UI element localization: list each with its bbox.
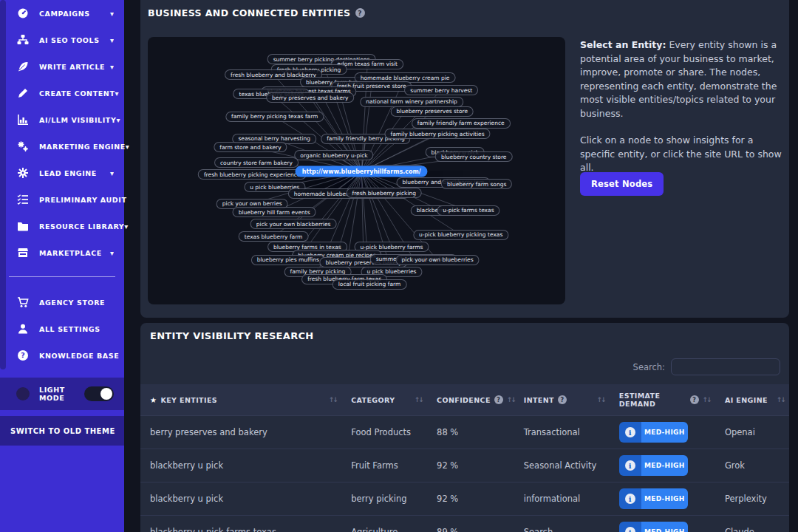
sort-icon[interactable]: ↑↓: [415, 396, 423, 403]
column-header-intent[interactable]: INTENT?↑↓: [514, 384, 610, 416]
sidebar-item-knowledge-base[interactable]: ?KNOWLEDGE BASE: [0, 342, 124, 369]
search-input[interactable]: [671, 358, 780, 375]
description-bold: Select an Entity:: [580, 39, 666, 50]
demand-badge[interactable]: iMED-HIGH: [619, 455, 688, 476]
entity-network-graph[interactable]: summer berry picking destinationsedom te…: [148, 37, 565, 304]
site-url-node[interactable]: http://www.blueberryhillfarms.com/: [296, 166, 428, 177]
entity-cell: blackberry u pick: [140, 449, 341, 482]
entity-node[interactable]: texas blueberry farm: [239, 231, 309, 242]
sidebar-item-agency-store[interactable]: AGENCY STORE: [0, 289, 124, 316]
sidebar-item-ai-seo-tools[interactable]: AI SEO TOOLS▾: [0, 27, 124, 53]
intent-cell: informational: [514, 482, 610, 516]
column-header-confidence[interactable]: CONFIDENCE?↑↓: [427, 384, 514, 416]
entity-node[interactable]: country store farm bakery: [214, 157, 299, 168]
sort-icon[interactable]: ↑↓: [777, 396, 785, 403]
entity-node[interactable]: berry preserves and bakery: [266, 92, 355, 103]
sort-icon[interactable]: ↑↓: [507, 396, 515, 403]
gear-icon: [16, 167, 30, 179]
reset-nodes-button[interactable]: Reset Nodes: [580, 172, 664, 196]
demand-value: MED-HIGH: [641, 422, 688, 443]
table-row[interactable]: blackberry u pickberry picking92 %inform…: [140, 482, 789, 516]
help-icon[interactable]: ?: [558, 395, 567, 404]
entity-node[interactable]: pick your own blueberries: [396, 255, 480, 265]
sidebar-item-create-content[interactable]: CREATE CONTENT▾: [0, 80, 124, 106]
entity-node[interactable]: farm store and bakery: [214, 142, 287, 152]
search-row: Search:: [633, 358, 780, 375]
description-paragraph-2: Click on a node to show insights for a s…: [580, 134, 785, 175]
table-row[interactable]: blackberry u pickFruit Farms92 %Seasonal…: [140, 449, 789, 482]
sidebar-item-label: CREATE CONTENT: [39, 89, 115, 98]
chevron-down-icon: ▾: [110, 36, 114, 44]
category-cell: berry picking: [341, 482, 427, 516]
demand-badge[interactable]: iMED-HIGH: [619, 522, 688, 532]
entity-node[interactable]: blueberry country store: [435, 151, 512, 162]
column-header-category[interactable]: CATEGORY↑↓: [341, 384, 427, 416]
confidence-cell: 88 %: [427, 416, 514, 449]
entity-cell: blackberry u pick: [140, 482, 341, 516]
entity-node[interactable]: u-pick blueberry picking texas: [413, 230, 508, 240]
sitemap-icon: [16, 34, 30, 46]
sidebar-item-label: PRELIMINARY AUDIT: [39, 196, 127, 204]
sidebar-item-campaigns[interactable]: CAMPAIGNS▾: [0, 0, 124, 27]
info-segment: i: [619, 488, 641, 509]
visibility-research-title: ENTITY VISIBILITY RESEARCH: [150, 330, 313, 341]
help-icon[interactable]: ?: [494, 395, 503, 404]
demand-value: MED-HIGH: [641, 522, 688, 532]
sidebar-item-label: CAMPAIGNS: [39, 10, 110, 18]
entity-node[interactable]: summer berry harvest: [404, 85, 478, 95]
entity-node[interactable]: u-pick farms texas: [437, 205, 499, 216]
sidebar-item-write-article[interactable]: WRITE ARTICLE▾: [0, 53, 124, 80]
demand-badge[interactable]: iMED-HIGH: [619, 488, 688, 509]
light-mode-row[interactable]: LIGHT MODE: [0, 378, 124, 410]
sidebar-item-all-settings[interactable]: ALL SETTINGS: [0, 316, 124, 342]
entity-node[interactable]: blueberry farm songs: [441, 179, 512, 189]
description-paragraph-1: Select an Entity: Every entity shown is …: [580, 38, 785, 120]
column-header-ai-engine[interactable]: AI ENGINE↑↓: [715, 384, 789, 416]
entity-node[interactable]: blueberry preserves store: [390, 106, 474, 117]
entity-node[interactable]: blueberry pies muffins: [251, 255, 325, 265]
entity-node[interactable]: local fruit picking farm: [332, 279, 407, 290]
sidebar-item-label: KNOWLEDGE BASE: [39, 352, 119, 360]
intent-cell: Seasonal Activity: [514, 449, 610, 482]
chevron-down-icon: ▾: [110, 10, 114, 18]
column-header-estimate-demand[interactable]: ESTIMATE DEMAND?↑↓: [610, 384, 715, 416]
entity-panel-description: Select an Entity: Every entity shown is …: [580, 38, 785, 175]
column-header-key-entities[interactable]: ★KEY ENTITIES↑↓: [140, 384, 341, 416]
entity-node[interactable]: organic blueberry u-pick: [294, 150, 373, 160]
help-icon[interactable]: ?: [690, 395, 699, 404]
table-row[interactable]: berry preserves and bakeryFood Products8…: [140, 416, 789, 449]
sidebar-item-lead-engine[interactable]: LEAD ENGINE▾: [0, 160, 124, 186]
sidebar-item-resource-library[interactable]: RESOURCE LIBRARY▾: [0, 213, 124, 239]
sidebar-item-preliminary-audit[interactable]: PRELIMINARY AUDIT: [0, 186, 124, 213]
entity-node[interactable]: blueberry hill farm events: [233, 207, 316, 217]
chevron-down-icon: ▾: [116, 116, 120, 124]
sort-icon[interactable]: ↑↓: [329, 396, 337, 403]
engine-cell: Claude: [715, 516, 789, 532]
sidebar-item-ai-llm-visibility[interactable]: AI/LLM VISIBILITY▾: [0, 106, 124, 133]
entity-node[interactable]: family blueberry picking activities: [385, 129, 491, 139]
cart-icon: [16, 296, 30, 308]
light-mode-toggle[interactable]: [84, 386, 114, 401]
demand-badge[interactable]: iMED-HIGH: [619, 422, 688, 443]
intent-cell: Transactional: [514, 416, 610, 449]
entity-node[interactable]: family friendly farm experience: [412, 118, 511, 129]
sidebar-item-marketplace[interactable]: MARKETPLACE▾: [0, 239, 124, 266]
entity-node[interactable]: family berry picking texas farm: [225, 112, 324, 122]
entity-node[interactable]: pick your own blackberries: [250, 219, 337, 229]
entity-node[interactable]: fresh blueberry picking experience: [198, 169, 307, 180]
column-label: INTENT: [524, 396, 554, 404]
confidence-cell: 92 %: [427, 449, 514, 482]
entity-node[interactable]: national farm winery partnership: [360, 97, 463, 107]
help-icon[interactable]: ?: [355, 8, 365, 18]
sort-icon[interactable]: ↑↓: [703, 396, 711, 403]
table-row[interactable]: blackberry u-pick farms texasAgriculture…: [140, 516, 789, 532]
info-icon: i: [625, 494, 635, 504]
sort-icon[interactable]: ↑↓: [597, 396, 605, 403]
switch-old-theme-button[interactable]: SWITCH TO OLD THEME: [0, 416, 124, 446]
pen-icon: [16, 87, 30, 99]
sidebar-item-marketing-engine[interactable]: MARKETING ENGINE▾: [0, 133, 124, 160]
app-page: CAMPAIGNS▾AI SEO TOOLS▾WRITE ARTICLE▾CRE…: [0, 0, 798, 532]
chevron-down-icon: ▾: [110, 249, 114, 257]
feather-icon: [16, 61, 30, 72]
entity-node[interactable]: fresh blueberry picking: [346, 188, 422, 198]
